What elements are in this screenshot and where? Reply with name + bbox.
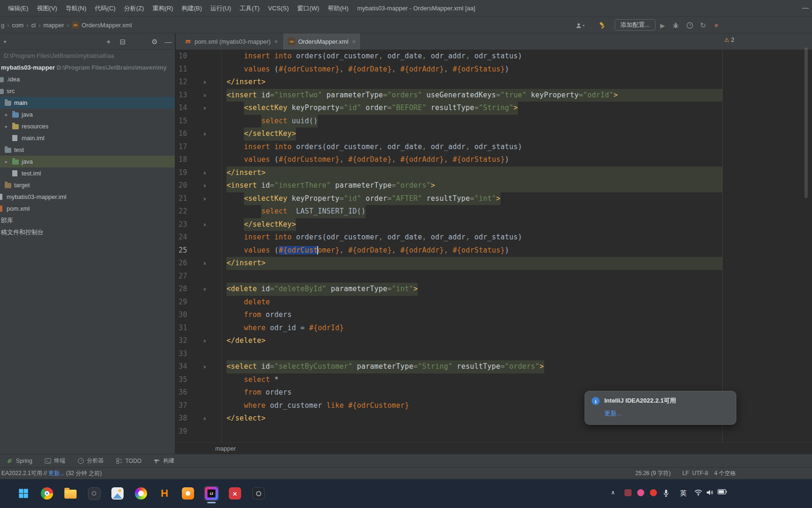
line-number[interactable]: 34	[179, 360, 187, 373]
code-line[interactable]: 29 delete	[176, 296, 812, 309]
code-line[interactable]: 11 values (#{odrCustomer}, #{odrDate}, #…	[176, 63, 812, 76]
photos-app-icon[interactable]	[110, 486, 125, 501]
code-line[interactable]: 16∧ </selectKey>	[176, 127, 812, 141]
run-button[interactable]: ▶	[658, 21, 667, 30]
battery-icon[interactable]	[718, 489, 727, 494]
settings-gear-icon[interactable]: ⚙	[149, 33, 160, 50]
locate-file-icon[interactable]: ⌖	[103, 33, 114, 50]
menu-item[interactable]: 窗口(W)	[293, 0, 324, 16]
code-line[interactable]: 32∧</delete>	[176, 334, 812, 348]
code-editor[interactable]: 10 insert into orders(odr_customer, odr_…	[176, 50, 812, 442]
fold-collapse-icon[interactable]: ∨	[203, 89, 207, 102]
tool-window-button-build[interactable]: 构建	[154, 457, 174, 465]
code-line[interactable]: 17 insert into orders(odr_customer, odr_…	[176, 141, 812, 154]
code-line[interactable]: 33	[176, 348, 812, 361]
code-line[interactable]: 27	[176, 270, 812, 283]
line-number[interactable]: 32	[179, 334, 187, 348]
tool-window-button-profiler[interactable]: 分析器	[78, 457, 104, 465]
code-line[interactable]: 24 insert into orders(odr_customer, odr_…	[176, 231, 812, 244]
project-tree-item[interactable]: main.iml	[0, 132, 175, 144]
inspections-widget[interactable]: ⚠ 2	[720, 36, 738, 44]
line-number[interactable]: 38	[179, 412, 187, 425]
fold-end-icon[interactable]: ∧	[203, 218, 207, 231]
editor-tab[interactable]: </>OrdersMapper.xml×	[283, 33, 361, 49]
intellij-idea-icon[interactable]: IJ	[204, 486, 219, 501]
build-project-button[interactable]	[598, 21, 607, 30]
app-icon-6[interactable]	[251, 486, 266, 501]
breadcrumb-item[interactable]: cl	[31, 22, 35, 29]
tool-window-button-spring[interactable]: Spring	[7, 458, 32, 464]
code-line[interactable]: 39	[176, 425, 812, 438]
line-number[interactable]: 29	[179, 296, 187, 309]
line-number[interactable]: 26	[179, 257, 187, 270]
project-tree-item[interactable]: ▸java	[0, 109, 175, 120]
indent-widget[interactable]: 4 个空格	[714, 468, 736, 479]
code-line[interactable]: 13∨<insert id="insertTwo" parameterType=…	[176, 89, 812, 102]
line-number[interactable]: 10	[179, 50, 187, 63]
add-configuration-button[interactable]: 添加配置...	[615, 19, 656, 31]
fold-end-icon[interactable]: ∧	[203, 412, 207, 425]
debug-button[interactable]	[671, 21, 680, 30]
tray-app-icon-3[interactable]	[650, 489, 657, 496]
code-line[interactable]: 14∨ <selectKey keyProperty="id" order="B…	[176, 102, 812, 115]
code-line[interactable]: 20∨<insert id="insertThere" parameterTyp…	[176, 179, 812, 192]
code-line[interactable]: 28∨<delete id="deleteById" parameterType…	[176, 283, 812, 296]
line-number[interactable]: 20	[179, 179, 187, 192]
project-tree-item[interactable]: ▸resources	[0, 120, 175, 132]
line-number[interactable]: 12	[179, 76, 187, 89]
code-line[interactable]: 18 values (#{odrCustomer}, #{odrDate}, #…	[176, 153, 812, 167]
app-icon-3[interactable]: H	[157, 486, 172, 501]
project-tree-item[interactable]: ▸java	[0, 156, 175, 167]
editor-scrollbar[interactable]	[804, 48, 808, 198]
collapse-all-icon[interactable]: ⊟	[117, 33, 128, 50]
project-tree-item[interactable]: D:\Program Files\JetBrains\mybatisall\aa	[0, 50, 175, 62]
fold-collapse-icon[interactable]: ∨	[203, 283, 207, 296]
fold-end-icon[interactable]: ∧	[203, 76, 207, 89]
fold-end-icon[interactable]: ∧	[203, 257, 207, 270]
profiler-button[interactable]	[685, 21, 695, 30]
project-tree-item[interactable]: ▸target	[0, 179, 175, 191]
line-number[interactable]: 15	[179, 115, 187, 128]
menu-item[interactable]: 工具(T)	[235, 0, 264, 16]
stop-button[interactable]: ■	[711, 21, 721, 30]
breadcrumb-tag[interactable]: mapper	[215, 445, 236, 452]
ime-indicator[interactable]: 英	[680, 489, 687, 498]
line-number[interactable]: 23	[179, 218, 187, 231]
project-tree-item[interactable]: ▾test	[0, 144, 175, 156]
menu-item[interactable]: 代码(C)	[91, 0, 120, 16]
tab-close-icon[interactable]: ×	[352, 38, 356, 45]
chrome-icon[interactable]	[39, 486, 55, 501]
status-update-link[interactable]: 更新...	[48, 470, 64, 476]
rerun-button[interactable]: ↻	[698, 21, 708, 30]
line-number[interactable]: 19	[179, 167, 187, 180]
code-line[interactable]: 10 insert into orders(odr_customer, odr_…	[176, 50, 812, 63]
app-icon-5[interactable]: ×	[227, 486, 242, 501]
project-tree-item[interactable]: ▾main	[0, 97, 175, 109]
hide-panel-icon[interactable]: —	[163, 33, 173, 50]
project-tree-item[interactable]: test.iml	[0, 167, 175, 179]
line-number[interactable]: 31	[179, 322, 187, 335]
app-icon-4[interactable]	[180, 486, 195, 501]
line-number[interactable]: 33	[179, 348, 187, 361]
minimize-button[interactable]: —	[800, 0, 811, 16]
project-tree-item[interactable]: ▾src	[0, 85, 175, 97]
menu-item[interactable]: 视图(V)	[32, 0, 61, 16]
code-line[interactable]: 21∨ <selectKey keyProperty="id" order="A…	[176, 192, 812, 206]
line-number[interactable]: 27	[179, 270, 187, 283]
tray-expand-icon[interactable]: ∧	[611, 489, 615, 496]
code-line[interactable]: 30 from orders	[176, 309, 812, 322]
breadcrumb-item[interactable]: mapper	[43, 22, 64, 29]
line-number[interactable]: 25	[179, 244, 187, 257]
line-number[interactable]: 17	[179, 141, 187, 154]
microphone-icon[interactable]	[663, 489, 669, 497]
file-explorer-icon[interactable]	[63, 486, 78, 501]
app-icon-1[interactable]	[86, 486, 102, 501]
project-tree-item[interactable]: pom.xml	[0, 203, 175, 214]
line-number[interactable]: 18	[179, 153, 187, 167]
code-line[interactable]: 22 select LAST_INSERT_ID()	[176, 205, 812, 218]
line-number[interactable]: 28	[179, 283, 187, 296]
project-tree-item[interactable]: mybatis03-mapper.iml	[0, 191, 175, 203]
line-number[interactable]: 22	[179, 205, 187, 218]
tray-app-icon-1[interactable]	[625, 489, 632, 496]
project-tree-item[interactable]: mybatis03-mapper D:\Program Files\JetBra…	[0, 62, 175, 73]
